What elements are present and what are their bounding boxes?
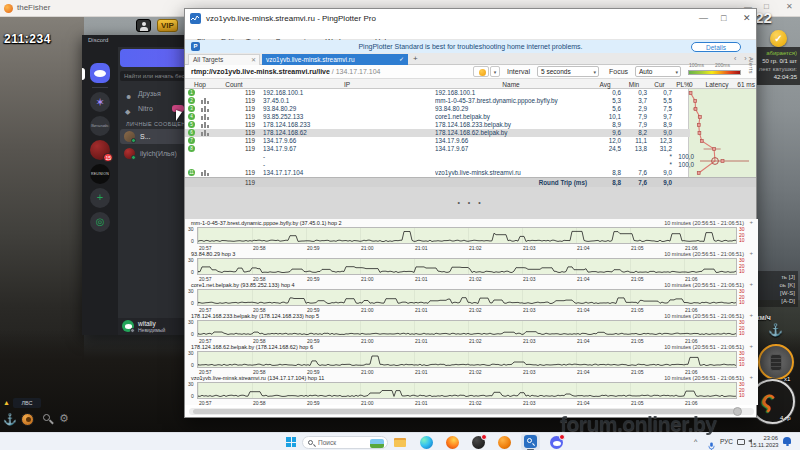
table-row[interactable]: 311993.84.80.2993.84.80.295,62,97,5 <box>185 105 690 113</box>
timeline-graph[interactable]: mm-1-0-45-37.brest.dynamic.pppoe.byfly.b… <box>185 219 758 250</box>
table-row[interactable]: -*100,0 <box>185 153 690 161</box>
cell-count: 119 <box>213 145 255 153</box>
feeder-slot[interactable] <box>758 344 794 380</box>
expand-icon[interactable]: + <box>749 281 753 287</box>
search-tool-icon[interactable] <box>43 414 50 421</box>
taskbar-search[interactable]: Поиск <box>302 436 388 449</box>
hop-number-badge: 5 <box>188 121 195 128</box>
cell-ip: - <box>263 153 431 161</box>
cell-cur: 0,7 <box>647 89 672 97</box>
start-button[interactable] <box>286 437 296 447</box>
splitter-handle[interactable]: • • • <box>185 199 756 206</box>
language-indicator[interactable]: РУС <box>720 438 733 445</box>
discord-home-button[interactable] <box>90 63 110 83</box>
tray-overflow-chevron[interactable]: ^ <box>694 438 697 445</box>
table-row[interactable]: 1119192.168.100.1192.168.100.10,60,30,7 <box>185 89 690 97</box>
app-icon-orange[interactable] <box>498 436 511 449</box>
tray-clock[interactable]: 23:06 15.11.2023 <box>750 435 778 449</box>
timeline-plot[interactable] <box>197 351 737 368</box>
cell-cur: 9,0 <box>647 169 672 177</box>
cell-min: 8,2 <box>621 129 647 137</box>
cell-count: 119 <box>213 113 255 121</box>
cell-cur: 9,7 <box>647 113 672 121</box>
timeline-plot[interactable] <box>197 320 737 337</box>
timeline-plot[interactable] <box>197 258 737 275</box>
server-icon-red[interactable]: 15 <box>90 140 110 160</box>
cell-cur: 8,9 <box>647 121 672 129</box>
firefox-icon[interactable] <box>446 436 459 449</box>
expand-icon[interactable]: + <box>749 343 753 349</box>
notification-bell-icon[interactable] <box>783 437 791 444</box>
y-axis-label: 30 <box>188 288 194 294</box>
anchor-icon[interactable]: ⚓ <box>768 323 783 337</box>
timeline-plot[interactable] <box>197 382 737 399</box>
timeline-range: 10 minutes (20:56:51 - 21:06:51) <box>664 251 744 257</box>
server-icon-reunion[interactable]: REUNION <box>90 164 110 184</box>
cell-count: 119 <box>213 89 255 97</box>
expand-icon[interactable]: + <box>749 219 753 225</box>
server-icon-butterfly[interactable]: ✶ <box>90 92 110 112</box>
pingplotter-window: vzo1yvb.live-minsk.streamvi.ru - PingPlo… <box>184 8 757 418</box>
pingplotter-taskbar-icon[interactable] <box>524 435 537 448</box>
anchor-tool-icon[interactable]: ⚓ <box>3 413 17 426</box>
cell-min: 13,8 <box>621 145 647 153</box>
y-axis-label: 30 <box>188 319 194 325</box>
table-row[interactable]: 6119178.124.168.62178.124.168.62.belpak.… <box>185 129 690 137</box>
hop-number-badge: 7 <box>188 137 195 144</box>
expand-icon[interactable]: + <box>749 250 753 256</box>
cell-cur: 7,5 <box>647 105 672 113</box>
scrollbar-knob[interactable] <box>733 407 742 416</box>
close-icon[interactable]: ✕ <box>786 2 793 11</box>
cell-ip: 134.17.17.104 <box>263 169 431 177</box>
table-row[interactable]: 8119134.17.9.67134.17.9.6724,513,831,2 <box>185 145 690 153</box>
cell-name: 178.124.168.62.belpak.by <box>435 129 587 137</box>
server-icon-named[interactable]: Виталийс <box>90 116 110 136</box>
online-status-dot <box>131 155 136 160</box>
cell-count: 119 <box>213 129 255 137</box>
table-row[interactable]: 411993.85.252.133core1.net.belpak.by10,1… <box>185 113 690 121</box>
time-tick-label: 21:03 <box>523 400 536 406</box>
timeline-graph[interactable]: 178.124.168.233.belpak.by (178.124.168.2… <box>185 312 758 343</box>
add-server-button[interactable]: + <box>90 188 110 208</box>
tray-date: 15.11.2023 <box>750 442 778 449</box>
table-row[interactable]: 5119178.124.168.233178.124.168.233.belpa… <box>185 121 690 129</box>
timeline-graph[interactable]: 178.124.168.62.belpak.by (178.124.168.62… <box>185 343 758 374</box>
user-status: Невидимый <box>138 327 165 333</box>
cell-name: vzo1yvb.live-minsk.streamvi.ru <box>435 169 587 177</box>
expand-icon[interactable]: + <box>749 312 753 318</box>
timeline-graph[interactable]: vzo1yvb.live-minsk.streamvi.ru (134.17.1… <box>185 374 758 405</box>
mention-badge: 15 <box>103 153 113 162</box>
thefisher-title: theFisher <box>17 3 50 12</box>
vip-badge[interactable]: VIP <box>157 19 178 32</box>
cell-min: 2,9 <box>621 105 647 113</box>
timeline-title: 178.124.168.62.belpak.by (178.124.168.62… <box>191 344 313 350</box>
app-icon-dark[interactable] <box>472 436 485 449</box>
y-axis-label: 30 <box>188 257 194 263</box>
discord-taskbar-icon[interactable] <box>550 436 563 449</box>
timeline-graph[interactable]: core1.net.belpak.by (93.85.252.133) hop … <box>185 281 758 312</box>
table-row[interactable]: 7119134.17.9.66134.17.9.6612,011,112,3 <box>185 137 690 145</box>
expand-icon[interactable]: + <box>749 374 753 380</box>
table-row[interactable]: 11119134.17.17.104vzo1yvb.live-minsk.str… <box>185 169 690 177</box>
table-row[interactable]: -*100,0 <box>185 161 690 169</box>
network-display-icon[interactable] <box>737 439 745 445</box>
tray-microphone-icon[interactable] <box>708 437 715 450</box>
timeline-plot[interactable] <box>197 289 737 306</box>
y-axis-label: 0 <box>191 393 194 399</box>
file-explorer-icon[interactable] <box>394 436 407 449</box>
cell-ip: 178.124.168.233 <box>263 121 431 129</box>
cell-min: 7,9 <box>621 113 647 121</box>
timeline-title: core1.net.belpak.by (93.85.252.133) hop … <box>191 282 295 288</box>
timeline-graph[interactable]: 93.84.80.29 hop 310 minutes (20:56:51 - … <box>185 250 758 281</box>
settings-gear-icon[interactable]: ⚙ <box>59 412 69 425</box>
check-icon[interactable]: ✓ <box>770 30 787 47</box>
player-icon[interactable] <box>136 19 151 32</box>
widgets-weather-icon[interactable] <box>370 439 384 448</box>
table-row[interactable]: 211937.45.0.1mm-1-0-45-37.brest.dynamic.… <box>185 97 690 105</box>
y-axis-label: 30 <box>188 226 194 232</box>
player-tool-icon[interactable] <box>21 413 34 426</box>
edge-browser-icon[interactable] <box>420 436 433 449</box>
cell-ip: - <box>263 161 431 169</box>
timeline-plot[interactable] <box>197 227 737 244</box>
explore-servers-button[interactable]: ◎ <box>90 212 110 232</box>
